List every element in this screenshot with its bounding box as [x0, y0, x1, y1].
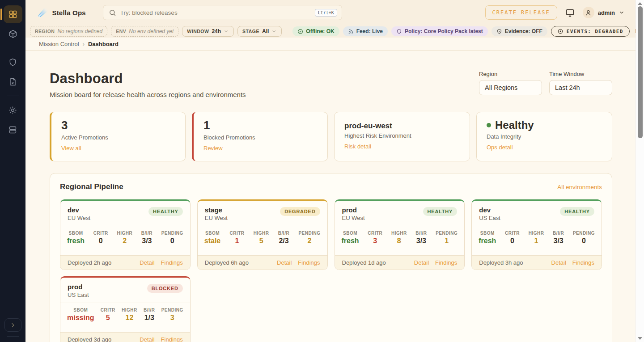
stat-label: HIGHR — [254, 231, 269, 236]
global-search[interactable]: Ctrl+K — [103, 5, 342, 20]
scrollbar[interactable] — [636, 0, 644, 342]
person-icon — [585, 9, 592, 16]
stage-filter-label: STAGE — [242, 29, 259, 34]
context-filter-bar: REGION No regions defined ENV No env def… — [25, 25, 636, 38]
detail-link[interactable]: Detail — [140, 259, 154, 266]
env-name: prod — [68, 283, 89, 291]
main-column: ☄️ Stella Ops Ctrl+K CREATE RELEASE — [25, 0, 636, 342]
stat-value: 5 — [101, 314, 115, 322]
window-filter-pill[interactable]: WINDOW 24h — [182, 26, 234, 37]
region-name: EU West — [342, 215, 365, 221]
feed-status-text: Feed: Live — [356, 28, 383, 34]
all-environments-link[interactable]: All environments — [557, 184, 602, 190]
findings-link[interactable]: Findings — [435, 259, 457, 266]
findings-link[interactable]: Findings — [161, 336, 183, 342]
stat-label: B/I/R — [141, 231, 153, 236]
stat-value: 3/3 — [141, 237, 153, 245]
sidebar-item-settings[interactable] — [4, 101, 22, 119]
active-promotions-value: 3 — [61, 119, 175, 132]
stat-value: 1 — [436, 237, 458, 245]
check-circle-icon — [297, 29, 303, 34]
highest-risk-card: prod-eu-west Highest Risk Environment Ri… — [334, 112, 470, 161]
detail-link[interactable]: Detail — [551, 259, 566, 266]
status-badge: BLOCKED — [147, 284, 183, 293]
scrollbar-thumb[interactable] — [638, 6, 643, 138]
gear-icon — [8, 106, 17, 115]
feed-status-pill[interactable]: Feed: Live — [343, 26, 388, 36]
detail-link[interactable]: Detail — [414, 259, 429, 266]
region-select[interactable]: All Regions — [479, 80, 542, 95]
stat-label: HIGHR — [529, 231, 544, 236]
stage-filter-pill[interactable]: STAGE All — [237, 26, 282, 37]
env-filter-value: No env defined yet — [129, 28, 174, 34]
sidebar-item-security[interactable] — [4, 53, 22, 71]
region-filter-pill[interactable]: REGION No regions defined — [30, 26, 107, 37]
evidence-status-pill[interactable]: Evidence: OFF — [491, 26, 547, 36]
events-status-pill[interactable]: EVENTS: DEGRADED — [551, 26, 630, 37]
active-promotions-label: Active Promotions — [61, 134, 175, 141]
findings-link[interactable]: Findings — [572, 259, 594, 266]
comet-logo-icon: ☄️ — [38, 8, 48, 17]
active-promotions-card: 3 Active Promotions View all — [50, 112, 186, 161]
regional-pipeline-section: Regional Pipeline All environments dev E… — [50, 173, 612, 342]
app-name: Stella Ops — [52, 9, 85, 17]
search-icon — [109, 9, 116, 17]
sidebar-item-releases[interactable] — [4, 25, 22, 43]
env-filter-pill[interactable]: ENV No env defined yet — [111, 26, 178, 37]
status-badge: DEGRADED — [280, 207, 320, 216]
shield-x-icon — [496, 29, 502, 34]
stat-label: B/I/R — [278, 231, 289, 236]
risk-detail-link[interactable]: Risk detail — [344, 143, 371, 150]
ops-detail-link[interactable]: Ops detail — [487, 144, 513, 151]
findings-link[interactable]: Findings — [298, 259, 320, 266]
status-badge: HEALTHY — [560, 207, 594, 216]
stat-label: PENDING — [298, 231, 320, 236]
sidebar-item-infrastructure[interactable] — [4, 121, 22, 139]
search-shortcut-badge: Ctrl+K — [315, 9, 337, 17]
chevron-down-icon — [271, 29, 277, 34]
rss-icon — [348, 29, 354, 34]
detail-link[interactable]: Detail — [140, 336, 154, 342]
sidebar-divider — [7, 96, 19, 96]
findings-link[interactable]: Findings — [161, 259, 183, 266]
stat-value: 2/3 — [278, 237, 289, 245]
stat-value: fresh — [342, 237, 359, 245]
detail-link[interactable]: Detail — [277, 259, 292, 266]
search-input[interactable] — [120, 9, 311, 16]
breadcrumb: Mission Control › Dashboard — [25, 38, 636, 51]
breadcrumb-separator: › — [83, 41, 85, 47]
deployed-text: Deployed 6h ago — [205, 259, 249, 266]
sidebar-item-dashboard[interactable] — [4, 5, 22, 23]
stat-label: CRITR — [93, 231, 108, 236]
dashboard-content: Dashboard Mission board for release heal… — [25, 51, 636, 342]
app-root: ☄️ Stella Ops Ctrl+K CREATE RELEASE — [0, 0, 644, 342]
evidence-status-text: Evidence: OFF — [505, 28, 542, 34]
dashboard-grid-icon — [8, 9, 18, 19]
stat-label: SBOM — [67, 308, 94, 312]
offline-status-pill[interactable]: Offline: OK — [292, 26, 339, 36]
monitor-icon[interactable] — [565, 8, 575, 17]
scroll-down-arrow[interactable] — [638, 337, 642, 340]
username: admin — [598, 9, 615, 16]
time-window-select[interactable]: Last 24h — [549, 80, 612, 95]
policy-status-pill[interactable]: Policy: Core Policy Pack latest — [391, 26, 488, 36]
stat-value: 1 — [230, 237, 245, 245]
stat-value: 12 — [122, 314, 137, 322]
data-integrity-card: Healthy Data Integrity Ops detail — [476, 112, 612, 161]
document-icon — [8, 77, 17, 86]
stat-value: stale — [204, 237, 220, 245]
deployed-text: Deployed 2h ago — [68, 259, 111, 266]
sidebar-collapse-button[interactable] — [4, 318, 21, 332]
breadcrumb-parent[interactable]: Mission Control — [39, 41, 79, 47]
stat-value: 1/3 — [144, 314, 155, 322]
create-release-button[interactable]: CREATE RELEASE — [485, 5, 557, 20]
review-link[interactable]: Review — [203, 145, 223, 152]
stat-value: 0 — [93, 237, 108, 245]
scroll-up-arrow[interactable] — [638, 2, 642, 5]
stat-label: SBOM — [67, 231, 85, 236]
region-filter-label: REGION — [35, 29, 55, 34]
user-menu[interactable]: admin — [583, 7, 625, 18]
sidebar-item-documents[interactable] — [4, 73, 22, 91]
stat-label: HIGHR — [391, 231, 407, 236]
view-all-link[interactable]: View all — [61, 145, 81, 152]
